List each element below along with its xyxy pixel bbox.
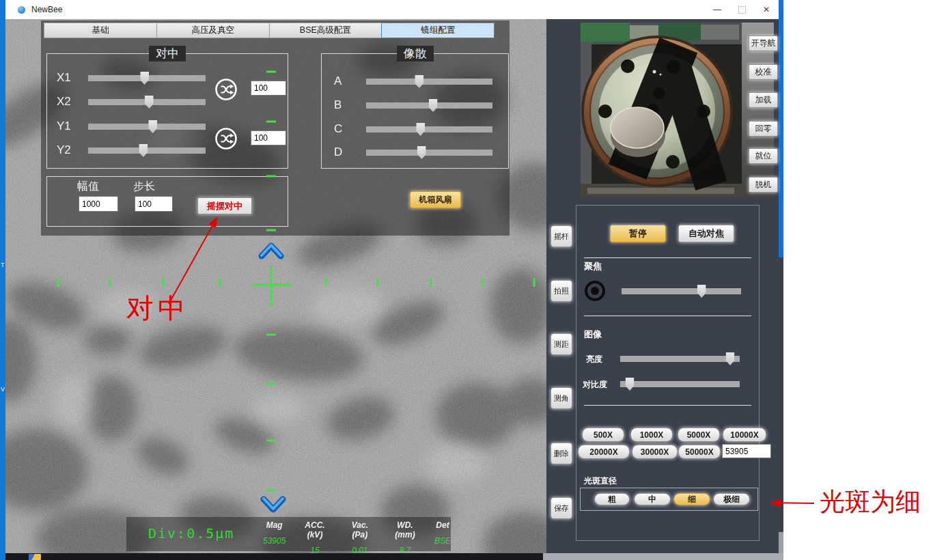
tab-basic[interactable]: 基础: [44, 23, 157, 38]
taskbar-folder-icon[interactable]: [29, 554, 41, 560]
spot-fine-button[interactable]: 细: [673, 493, 710, 505]
tool-snapshot-button[interactable]: 拍照: [551, 280, 572, 302]
stig-c-label: C: [334, 122, 342, 136]
sem-viewport[interactable]: 基础 高压及真空 BSE高级配置 镜组配置 对中 X1 X2 Y1: [5, 19, 546, 553]
desktop-icon-label-fragment: V: [1, 386, 5, 393]
y1-slider-track[interactable]: [88, 124, 206, 130]
brightness-slider-track[interactable]: [620, 356, 740, 362]
mag-header: Mag: [263, 520, 286, 530]
tool-delete-button[interactable]: 删除: [551, 443, 572, 464]
stig-a-label: A: [334, 74, 342, 88]
spot-coarse-button[interactable]: 粗: [594, 493, 630, 505]
mag-10000x-button[interactable]: 10000X: [723, 428, 766, 442]
taskbar-right: [543, 553, 783, 560]
contrast-label: 对比度: [583, 379, 607, 391]
separator: [584, 405, 751, 406]
mag-5000x-button[interactable]: 5000X: [678, 428, 720, 442]
y1-slider-thumb[interactable]: [148, 120, 157, 133]
tool-joystick-button[interactable]: 摇杆: [551, 225, 572, 247]
close-button[interactable]: ✕: [754, 0, 779, 19]
tool-measure-angle-button[interactable]: 测角: [551, 387, 572, 409]
y1-slider[interactable]: [88, 124, 206, 130]
contrast-slider-track[interactable]: [620, 381, 740, 387]
focus-label: 聚焦: [584, 260, 602, 272]
x2-slider-thumb[interactable]: [145, 96, 154, 109]
shuffle-x-icon[interactable]: [214, 77, 238, 102]
stig-c-slider[interactable]: [366, 126, 492, 132]
amplitude-input[interactable]: [79, 196, 118, 212]
y2-slider-thumb[interactable]: [139, 144, 148, 157]
stig-b-label: B: [334, 98, 342, 112]
focus-target-dot: [591, 287, 599, 295]
app-window: NewBee — ✕: [5, 0, 779, 553]
y-value-input[interactable]: [251, 130, 286, 145]
wd-header: WD.(mm): [387, 520, 423, 540]
tool-measure-distance-button[interactable]: 测距: [551, 333, 572, 355]
shuffle-y-icon[interactable]: [214, 126, 238, 151]
autofocus-button[interactable]: 自动对焦: [678, 225, 734, 242]
pause-button[interactable]: 暂停: [610, 225, 666, 242]
desktop-right-strip: [779, 0, 783, 560]
brightness-slider[interactable]: [620, 356, 740, 362]
contrast-slider[interactable]: [620, 381, 740, 387]
stig-c-thumb[interactable]: [416, 123, 425, 136]
image-section-label: 图像: [584, 328, 602, 341]
acc-value: 15: [297, 546, 332, 553]
mag-500x-button[interactable]: 500X: [582, 428, 624, 442]
vac-value: 0.01: [344, 546, 376, 553]
wobble-centering-button[interactable]: 摇摆对中: [197, 197, 252, 214]
x1-slider-thumb[interactable]: [140, 72, 149, 85]
spot-extra-fine-button[interactable]: 极细: [713, 493, 750, 505]
spot-medium-button[interactable]: 中: [634, 493, 671, 505]
nav-open-navigation-button[interactable]: 开导航: [749, 36, 778, 51]
x1-label: X1: [57, 71, 71, 85]
mag-50000x-button[interactable]: 50000X: [678, 445, 721, 459]
focus-target-icon[interactable]: [585, 281, 605, 301]
separator: [584, 257, 751, 258]
mag-20000x-button[interactable]: 20000X: [578, 445, 630, 459]
det-value: BSE: [434, 536, 451, 546]
astigmatism-group: 像散 A B C D: [321, 53, 509, 169]
minimize-button[interactable]: —: [705, 0, 729, 19]
chassis-fan-button[interactable]: 机箱风扇: [410, 191, 461, 208]
tab-hv-vacuum[interactable]: 高压及真空: [156, 23, 270, 38]
y2-slider[interactable]: [88, 148, 206, 154]
spot-diameter-label: 光斑直径: [584, 475, 617, 487]
stig-b-thumb[interactable]: [429, 99, 438, 112]
brightness-label: 亮度: [586, 354, 602, 365]
stig-b-slider[interactable]: [366, 102, 492, 109]
stig-a-slider[interactable]: [366, 79, 492, 85]
maximize-button[interactable]: [729, 0, 754, 19]
x2-slider[interactable]: [88, 99, 206, 105]
sem-status-strip: Div:0.5μm Mag53905 ACC.(kV)15 Vac.(Pa)0.…: [126, 517, 451, 551]
step-input[interactable]: [135, 196, 173, 212]
mag-30000x-button[interactable]: 30000X: [632, 445, 678, 459]
stig-d-track[interactable]: [366, 150, 492, 156]
nav-calibrate-button[interactable]: 校准: [749, 64, 778, 80]
x2-label: X2: [57, 95, 71, 109]
maximize-icon: [738, 6, 746, 14]
x-value-input[interactable]: [251, 81, 286, 96]
tab-lens-config[interactable]: 镜组配置: [381, 23, 495, 38]
nav-home-button[interactable]: 回零: [749, 121, 778, 137]
nav-offline-button[interactable]: 脱机: [749, 177, 778, 193]
taskbar: [5, 553, 543, 560]
stig-a-thumb[interactable]: [415, 75, 423, 88]
mag-value-input[interactable]: [722, 444, 771, 458]
stig-d-slider[interactable]: [366, 150, 492, 156]
det-header: Det: [434, 520, 451, 530]
tab-bse-advanced[interactable]: BSE高级配置: [269, 23, 382, 38]
nav-in-position-button[interactable]: 就位: [749, 148, 778, 164]
y1-label: Y1: [57, 120, 71, 133]
mag-1000x-button[interactable]: 1000X: [630, 428, 673, 442]
nav-load-button[interactable]: 加载: [749, 92, 778, 108]
stig-a-track[interactable]: [366, 79, 492, 85]
focus-slider-track[interactable]: [622, 288, 741, 294]
document-background: [783, 0, 933, 560]
tool-save-button[interactable]: 保存: [551, 497, 572, 519]
focus-slider[interactable]: [622, 288, 741, 294]
stig-c-track[interactable]: [366, 126, 492, 132]
x1-slider[interactable]: [88, 75, 206, 81]
stig-d-thumb[interactable]: [417, 146, 426, 159]
stig-d-label: D: [334, 145, 342, 159]
